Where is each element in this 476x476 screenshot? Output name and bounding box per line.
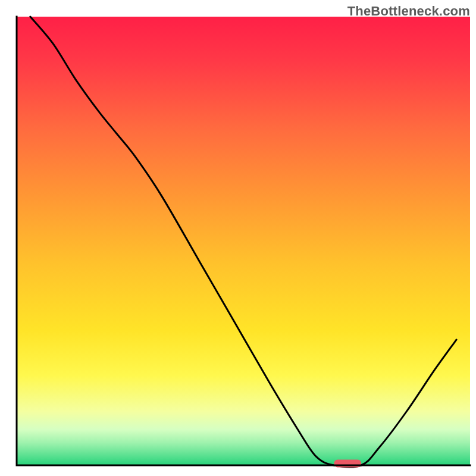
plot-background [17, 17, 470, 465]
bottleneck-chart [0, 0, 476, 476]
attribution-label: TheBottleneck.com [347, 4, 470, 19]
optimum-marker [334, 460, 361, 468]
chart-container: TheBottleneck.com [0, 0, 476, 476]
